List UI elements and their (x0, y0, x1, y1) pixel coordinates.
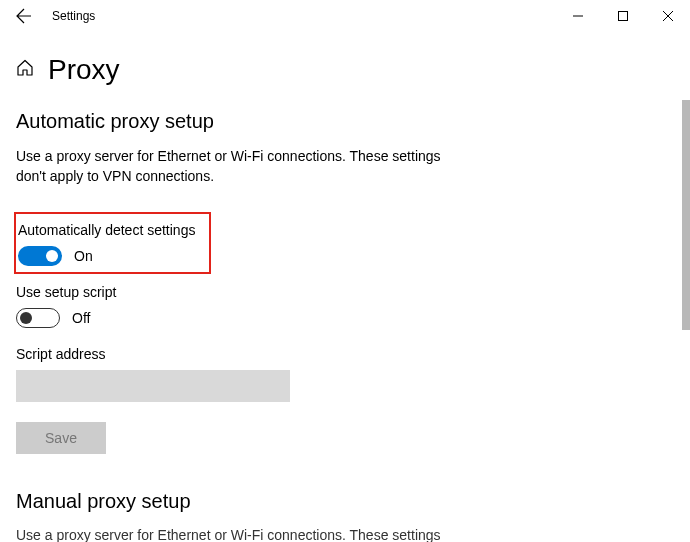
manual-section-heading: Manual proxy setup (16, 490, 674, 513)
close-button[interactable] (645, 0, 690, 32)
save-button[interactable]: Save (16, 422, 106, 454)
auto-detect-label: Automatically detect settings (18, 222, 201, 238)
auto-detect-toggle[interactable] (18, 246, 62, 266)
window-controls (555, 0, 690, 32)
setup-script-label: Use setup script (16, 284, 674, 300)
highlighted-setting: Automatically detect settings On (14, 212, 211, 274)
minimize-icon (573, 11, 583, 21)
script-address-input[interactable] (16, 370, 290, 402)
titlebar: Settings (0, 0, 690, 32)
script-address-label: Script address (16, 346, 674, 362)
content-area: Proxy Automatic proxy setup Use a proxy … (0, 54, 690, 542)
setup-script-toggle[interactable] (16, 308, 60, 328)
automatic-description: Use a proxy server for Ethernet or Wi-Fi… (16, 147, 456, 186)
manual-description: Use a proxy server for Ethernet or Wi-Fi… (16, 527, 456, 542)
automatic-section-heading: Automatic proxy setup (16, 110, 674, 133)
maximize-button[interactable] (600, 0, 645, 32)
back-arrow-icon (16, 8, 32, 24)
home-icon[interactable] (16, 59, 34, 81)
back-button[interactable] (12, 4, 36, 28)
setup-script-row: Off (16, 308, 674, 328)
auto-detect-row: On (18, 246, 201, 266)
minimize-button[interactable] (555, 0, 600, 32)
maximize-icon (618, 11, 628, 21)
setup-script-state: Off (72, 310, 90, 326)
scrollbar-thumb[interactable] (682, 100, 690, 330)
svg-rect-0 (618, 12, 627, 21)
page-header: Proxy (16, 54, 674, 86)
page-title: Proxy (48, 54, 120, 86)
close-icon (663, 11, 673, 21)
window-title: Settings (52, 9, 95, 23)
auto-detect-state: On (74, 248, 93, 264)
